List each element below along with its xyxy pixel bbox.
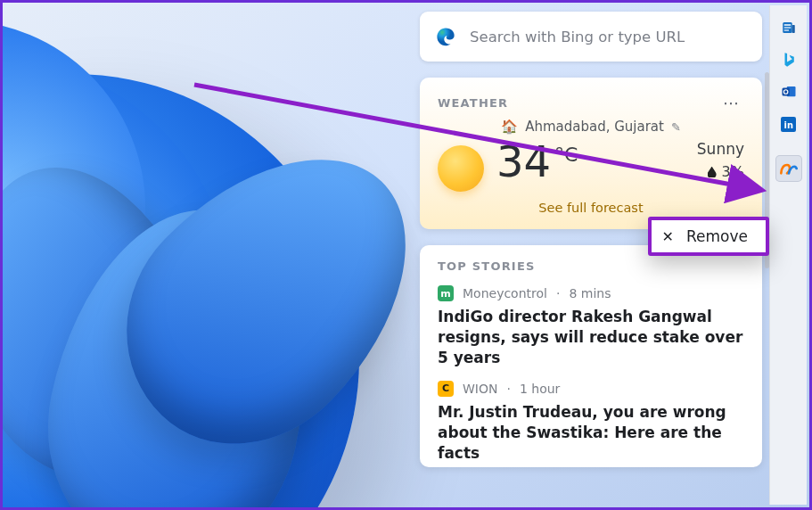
raindrop-icon — [708, 167, 717, 177]
svg-text:in: in — [784, 119, 793, 129]
source-name: Moneycontrol — [463, 286, 547, 300]
story-age: 1 hour — [520, 382, 560, 396]
location-text: Ahmadabad, Gujarat — [525, 119, 664, 135]
edge-sidebar: in — [769, 5, 807, 505]
svg-rect-1 — [791, 25, 794, 33]
story-headline[interactable]: Mr. Justin Trudeau, you are wrong about … — [438, 402, 744, 464]
precip-value: 3% — [722, 163, 744, 180]
top-stories-card: TOP STORIES m Moneycontrol · 8 mins Indi… — [420, 245, 762, 467]
remove-menu-item[interactable]: ✕ Remove — [648, 217, 769, 256]
app-icon[interactable] — [775, 155, 802, 182]
linkedin-icon[interactable]: in — [775, 111, 802, 137]
svg-rect-3 — [783, 27, 791, 29]
svg-rect-6 — [782, 88, 789, 96]
remove-label: Remove — [686, 227, 748, 245]
story-item[interactable]: m Moneycontrol · 8 mins IndiGo director … — [438, 285, 744, 368]
temperature-value: 34 — [496, 140, 551, 183]
story-item[interactable]: C WION · 1 hour Mr. Justin Trudeau, you … — [438, 381, 744, 464]
svg-rect-2 — [783, 24, 791, 26]
source-name: WION — [463, 382, 497, 396]
sun-icon — [438, 145, 484, 192]
svg-rect-4 — [783, 29, 788, 31]
weather-card: WEATHER ⋯ 🏠 Ahmadabad, Gujarat ✎ 34 °C S… — [420, 78, 762, 229]
edge-icon — [436, 27, 455, 46]
weather-label: WEATHER — [438, 96, 508, 110]
more-button[interactable]: ⋯ — [719, 92, 744, 113]
story-age: 8 mins — [569, 286, 611, 300]
bing-icon[interactable] — [775, 46, 802, 73]
see-full-forecast-link[interactable]: See full forecast — [438, 201, 744, 215]
temperature-unit: °C — [554, 144, 578, 166]
source-icon: C — [438, 381, 454, 397]
story-headline[interactable]: IndiGo director Rakesh Gangwal resigns, … — [438, 307, 744, 368]
search-placeholder: Search with Bing or type URL — [470, 29, 685, 45]
source-icon: m — [438, 285, 454, 301]
edit-location-icon[interactable]: ✎ — [671, 120, 681, 134]
weather-location[interactable]: 🏠 Ahmadabad, Gujarat ✎ — [438, 119, 744, 135]
home-icon: 🏠 — [501, 119, 518, 135]
search-box[interactable]: Search with Bing or type URL — [420, 12, 762, 62]
top-stories-label: TOP STORIES — [438, 259, 744, 273]
close-icon: ✕ — [662, 228, 674, 245]
news-icon[interactable] — [775, 14, 802, 41]
outlook-icon[interactable] — [775, 78, 802, 105]
condition-text: Sunny — [697, 140, 744, 158]
